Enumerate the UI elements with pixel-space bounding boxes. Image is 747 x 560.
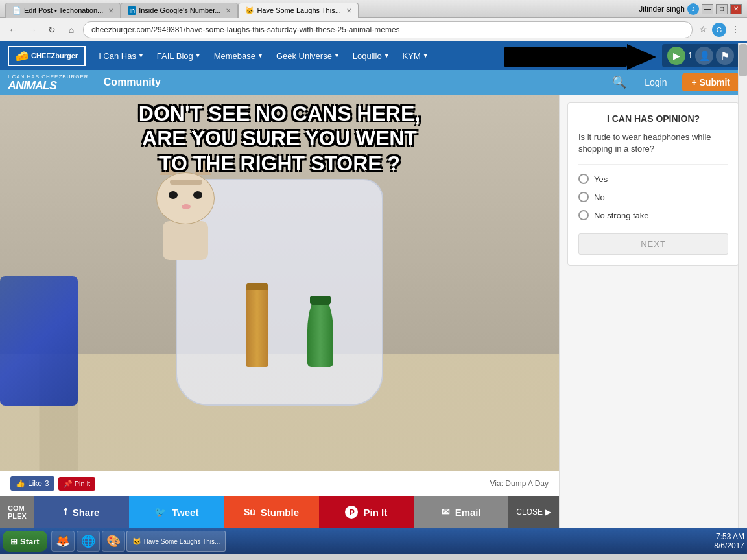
tab-cheez[interactable]: 🐱 Have Some Laughs This... ✕ bbox=[238, 3, 358, 18]
cheezburger-logo[interactable]: 🧀 CHEEZburger bbox=[8, 46, 86, 66]
community-link[interactable]: Community bbox=[99, 76, 166, 88]
stumble-label: Stumble bbox=[261, 507, 299, 518]
meme-text-line1: Don't see no cans here, bbox=[13, 101, 546, 126]
via-source: Via: Dump A Day bbox=[490, 479, 549, 488]
tab-label-1: Edit Post • Techonation... bbox=[24, 6, 103, 14]
like-icon: 👍 bbox=[16, 479, 25, 488]
nav-right: ▶ 1 👤 ⚑ bbox=[623, 44, 739, 67]
site-brand: I CAN HAS CHEEZBURGER! ANIMALS bbox=[8, 74, 91, 91]
windows-icon: ⊞ bbox=[10, 537, 18, 546]
tab-favicon-3: 🐱 bbox=[245, 6, 254, 15]
extension-icon-1[interactable]: G bbox=[712, 23, 726, 37]
minimize-button[interactable]: — bbox=[702, 4, 713, 14]
tab-label-2: Inside Google's Number... bbox=[139, 6, 220, 14]
nav-dropdown-arrow-6: ▼ bbox=[423, 52, 429, 59]
site-wrapper: 🧀 CHEEZburger I Can Has ▼ FAIL Blog ▼ Me… bbox=[0, 41, 747, 528]
nav-item-fail-blog[interactable]: FAIL Blog ▼ bbox=[150, 41, 208, 70]
url-input[interactable] bbox=[83, 21, 693, 38]
main-content: Don't see no cans here, are you sure you… bbox=[0, 95, 559, 528]
meme-image: Don't see no cans here, are you sure you… bbox=[0, 95, 559, 471]
nav-icons-area: ▶ 1 👤 ⚑ bbox=[662, 44, 739, 67]
nav-icon-share[interactable]: ▶ bbox=[667, 47, 685, 65]
home-button[interactable]: ⌂ bbox=[64, 22, 79, 38]
bookmark-icon[interactable]: ☆ bbox=[696, 23, 709, 36]
stumble-icon: Sü bbox=[244, 507, 255, 517]
poll-option-yes[interactable]: Yes bbox=[578, 174, 728, 184]
scrollbar[interactable] bbox=[738, 95, 747, 528]
login-button[interactable]: Login bbox=[637, 75, 674, 90]
stumble-button[interactable]: Sü Stumble bbox=[224, 496, 318, 528]
nav-item-memebase[interactable]: Memebase ▼ bbox=[208, 41, 270, 70]
nav-item-loquillo[interactable]: Loquillo ▼ bbox=[346, 41, 396, 70]
content-area: Don't see no cans here, are you sure you… bbox=[0, 95, 747, 528]
pinit-button[interactable]: P Pin It bbox=[319, 496, 414, 528]
logo-text: CHEEZburger bbox=[31, 52, 78, 60]
pinit-label: Pin It bbox=[363, 507, 387, 518]
poll-title: I CAN HAS OPINION? bbox=[578, 113, 728, 124]
forward-button[interactable]: → bbox=[25, 22, 40, 38]
taskbar-window-icon: 🐱 bbox=[132, 537, 141, 546]
tab-edit-post[interactable]: 📄 Edit Post • Techonation... ✕ bbox=[5, 3, 121, 18]
tab-favicon-2: in bbox=[128, 6, 136, 15]
user-area: Jitinder singh J — □ ✕ bbox=[639, 3, 742, 15]
maximize-button[interactable]: □ bbox=[716, 4, 728, 14]
taskbar-window-label: Have Some Laughs This... bbox=[144, 538, 220, 545]
nav-item-geek-universe[interactable]: Geek Universe ▼ bbox=[270, 41, 346, 70]
complex-label: COMPLEX bbox=[8, 504, 27, 520]
close-overlay-button[interactable]: CLOSE ▶ bbox=[508, 508, 559, 517]
nav-dropdown-arrow-4: ▼ bbox=[334, 52, 340, 59]
address-actions: ☆ G ⋮ bbox=[696, 23, 742, 37]
menu-icon[interactable]: ⋮ bbox=[729, 23, 742, 36]
bottle-green bbox=[307, 296, 333, 367]
nav-item-i-can-has[interactable]: I Can Has ▼ bbox=[92, 41, 150, 70]
taskbar-app-firefox[interactable]: 🦊 bbox=[51, 531, 75, 552]
tab-close-3[interactable]: ✕ bbox=[346, 7, 351, 14]
start-button[interactable]: ⊞ Start bbox=[3, 531, 47, 552]
close-bar-button[interactable]: COMPLEX bbox=[0, 496, 34, 528]
submit-button[interactable]: + Submit bbox=[682, 73, 739, 91]
taskbar-app-paint[interactable]: 🎨 bbox=[102, 531, 125, 552]
email-label: Email bbox=[455, 507, 481, 518]
close-button[interactable]: ✕ bbox=[730, 4, 742, 14]
tab-close-1[interactable]: ✕ bbox=[108, 7, 113, 14]
pin-button[interactable]: 📌 Pin it bbox=[58, 477, 95, 491]
nav-icon-user[interactable]: 👤 bbox=[695, 47, 713, 65]
top-nav: 🧀 CHEEZburger I Can Has ▼ FAIL Blog ▼ Me… bbox=[0, 41, 747, 70]
like-button[interactable]: 👍 Like 3 bbox=[10, 476, 54, 491]
taskbar: ⊞ Start 🦊 🌐 🎨 🐱 Have Some Laughs This...… bbox=[0, 528, 747, 554]
start-label: Start bbox=[20, 537, 40, 546]
user-avatar: J bbox=[687, 3, 699, 15]
taskbar-app-browser[interactable]: 🌐 bbox=[77, 531, 100, 552]
nav-count: 1 bbox=[688, 51, 693, 60]
reload-button[interactable]: ↻ bbox=[44, 22, 60, 38]
taskbar-clock: 7:53 AM 8/6/2017 bbox=[714, 532, 744, 551]
radio-neutral[interactable] bbox=[578, 210, 589, 220]
pin-icon: 📌 bbox=[64, 480, 73, 488]
nav-item-kym[interactable]: KYM ▼ bbox=[396, 41, 435, 70]
email-button[interactable]: ✉ Email bbox=[414, 496, 508, 528]
clock-date: 8/6/2017 bbox=[714, 541, 744, 550]
pinit-icon: P bbox=[345, 506, 358, 519]
poll-option-neutral[interactable]: No strong take bbox=[578, 210, 728, 220]
poll-option-no[interactable]: No bbox=[578, 192, 728, 202]
radio-yes[interactable] bbox=[578, 174, 589, 184]
nav-icon-flag[interactable]: ⚑ bbox=[716, 47, 734, 65]
share-button[interactable]: f Share bbox=[34, 496, 129, 528]
email-icon: ✉ bbox=[442, 506, 450, 518]
search-button[interactable]: 🔍 bbox=[610, 73, 629, 92]
share-fb-icon: f bbox=[64, 506, 67, 518]
radio-no[interactable] bbox=[578, 192, 589, 202]
tab-google[interactable]: in Inside Google's Number... ✕ bbox=[121, 3, 238, 18]
tab-close-2[interactable]: ✕ bbox=[226, 7, 231, 14]
nav-dropdown-arrow-1: ▼ bbox=[138, 52, 144, 59]
back-button[interactable]: ← bbox=[5, 22, 21, 38]
tabs-row: 📄 Edit Post • Techonation... ✕ in Inside… bbox=[5, 0, 639, 18]
pin-label: Pin it bbox=[75, 480, 90, 487]
tweet-button[interactable]: 🐦 Tweet bbox=[129, 496, 224, 528]
clock-time: 7:53 AM bbox=[714, 532, 744, 541]
active-window-taskbar[interactable]: 🐱 Have Some Laughs This... bbox=[126, 531, 226, 552]
firefox-icon: 🦊 bbox=[56, 534, 70, 548]
tab-favicon-1: 📄 bbox=[12, 6, 21, 15]
poll-next-button[interactable]: NEXT bbox=[578, 233, 728, 255]
bottle-brown bbox=[246, 283, 268, 367]
